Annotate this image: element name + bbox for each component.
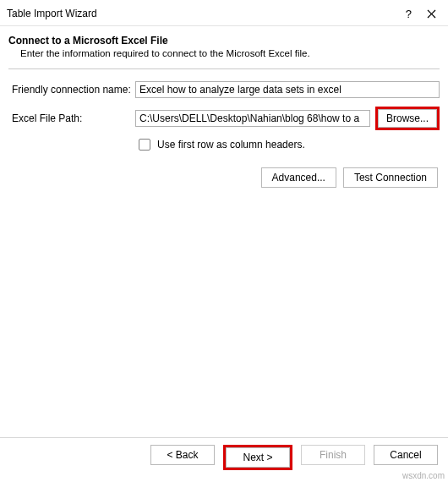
friendly-name-row: Friendly connection name: <box>8 81 440 98</box>
first-row-checkbox[interactable] <box>139 139 150 151</box>
cancel-button[interactable]: Cancel <box>374 445 438 465</box>
browse-highlight: Browse... <box>375 107 440 130</box>
dialog-content: Connect to a Microsoft Excel File Enter … <box>0 26 448 188</box>
friendly-name-label: Friendly connection name: <box>8 84 135 96</box>
browse-button[interactable]: Browse... <box>378 109 437 128</box>
next-highlight: Next > <box>223 445 292 470</box>
close-icon <box>427 9 436 19</box>
first-row-checkbox-row: Use first row as column headers. <box>139 139 440 151</box>
advanced-row: Advanced... Test Connection <box>8 167 440 188</box>
page-subtext: Enter the information required to connec… <box>8 48 440 58</box>
wizard-footer: < Back Next > Finish Cancel <box>0 445 448 470</box>
finish-button: Finish <box>301 445 365 465</box>
back-button[interactable]: < Back <box>150 445 215 465</box>
window-title: Table Import Wizard <box>7 8 97 19</box>
friendly-name-input[interactable] <box>135 81 440 98</box>
next-button[interactable]: Next > <box>226 447 290 468</box>
file-path-row: Excel File Path: Browse... <box>8 107 440 130</box>
file-path-label: Excel File Path: <box>8 112 135 124</box>
header-separator <box>8 68 440 69</box>
first-row-label: Use first row as column headers. <box>157 139 305 151</box>
footer-divider <box>0 437 448 438</box>
title-bar: Table Import Wizard ? <box>0 0 448 25</box>
page-heading: Connect to a Microsoft Excel File <box>8 31 440 48</box>
advanced-button[interactable]: Advanced... <box>261 167 336 188</box>
help-button[interactable]: ? <box>406 8 412 20</box>
close-button[interactable] <box>427 9 436 19</box>
watermark: wsxdn.com <box>402 471 445 480</box>
file-path-input[interactable] <box>135 110 370 127</box>
test-connection-button[interactable]: Test Connection <box>343 167 438 188</box>
titlebar-controls: ? <box>406 8 441 20</box>
